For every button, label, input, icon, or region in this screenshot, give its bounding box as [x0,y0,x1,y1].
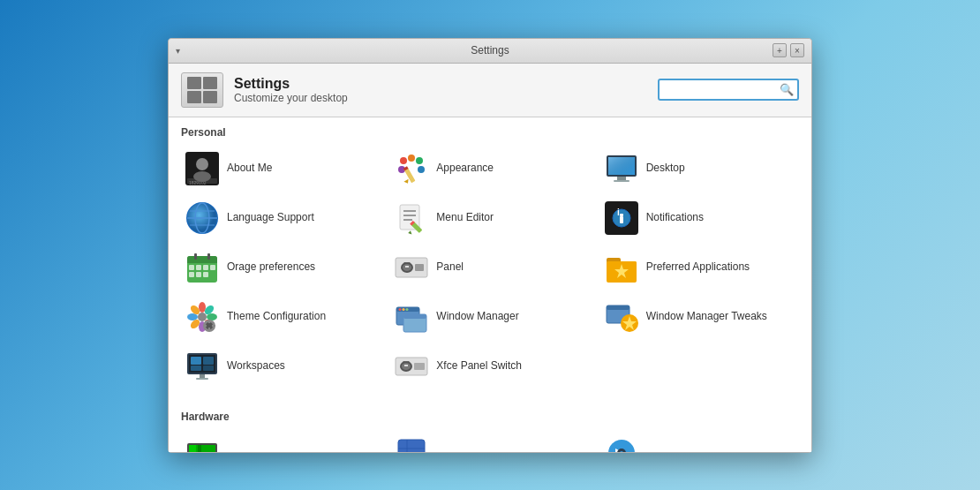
item-appearance[interactable]: Appearance [385,144,594,193]
svg-rect-73 [203,325,207,327]
notifications-label: Notifications [646,211,704,225]
svg-rect-106 [398,440,425,452]
svg-rect-88 [191,357,201,365]
app-icon [181,72,223,108]
header: Settings Customize your desktop 🔍 [169,64,811,117]
svg-rect-17 [608,157,635,175]
svg-rect-47 [207,253,210,260]
svg-rect-35 [620,214,623,216]
search-input[interactable] [665,84,780,96]
svg-point-4 [193,171,211,182]
window-manager-icon [394,299,429,335]
item-menu-editor[interactable]: Menu Editor [385,193,594,243]
titlebar: ▾ Settings + × [169,39,811,64]
svg-rect-71 [208,320,210,323]
item-about-me[interactable]: 1829102 About Me [176,144,385,193]
svg-rect-72 [208,328,210,331]
personal-grid: 1829102 About Me [169,144,811,398]
workspaces-icon [185,349,220,384]
titlebar-controls: + × [773,43,804,57]
svg-point-6 [408,155,415,162]
svg-rect-40 [196,265,201,270]
svg-marker-11 [404,178,411,184]
svg-rect-44 [196,272,201,277]
close-button[interactable]: × [790,43,804,57]
app-title: Settings [234,76,647,92]
svg-point-99 [404,365,406,366]
svg-rect-90 [191,366,201,371]
panel-label: Panel [436,260,464,275]
hardware-icon-2 [394,435,429,452]
svg-point-52 [403,264,411,271]
theme-configuration-label: Theme Configuration [227,310,326,324]
svg-point-64 [207,313,217,320]
item-xfce-panel-switch[interactable]: Xfce Panel Switch [385,342,594,391]
svg-rect-105 [198,445,201,452]
settings-window: ▾ Settings + × Settings Customize your d… [168,38,812,453]
item-window-manager[interactable]: Window Manager [385,292,594,342]
hardware-icon-1 [185,435,220,452]
header-text: Settings Customize your desktop [234,76,647,104]
svg-point-79 [406,308,409,311]
desktop-icon [604,151,639,186]
language-support-label: Language Support [227,211,314,225]
theme-configuration-icon [185,299,220,335]
svg-rect-15 [617,177,626,180]
item-notifications[interactable]: i Notifications [595,193,804,243]
svg-rect-91 [203,366,214,371]
item-panel[interactable]: Panel [385,243,594,292]
xfce-panel-switch-label: Xfce Panel Switch [436,359,522,373]
content-area: Personal 1829102 About Me [169,117,811,452]
svg-point-53 [405,266,407,268]
svg-rect-55 [415,264,424,271]
item-theme-configuration[interactable]: Theme Configuration [176,292,385,342]
section-personal: Personal [169,117,811,144]
desktop-label: Desktop [646,162,685,176]
workspaces-label: Workspaces [227,359,285,373]
window-manager-tweaks-label: Window Manager Tweaks [646,310,767,324]
item-window-manager-tweaks[interactable]: Window Manager Tweaks [595,292,804,342]
preferred-applications-label: Preferred Applications [646,260,750,275]
svg-point-100 [406,365,408,366]
menu-editor-label: Menu Editor [436,211,494,225]
item-workspaces[interactable]: Workspaces [176,342,385,391]
svg-rect-16 [614,180,629,182]
search-box[interactable]: 🔍 [658,79,799,101]
panel-icon [394,250,429,285]
item-hardware-1[interactable] [176,428,385,452]
xfce-panel-switch-icon [394,349,429,384]
svg-rect-74 [212,325,215,327]
svg-rect-46 [194,253,197,260]
language-support-icon [185,200,220,236]
svg-rect-93 [196,378,208,380]
svg-rect-89 [203,357,214,365]
item-hardware-3[interactable] [595,428,804,452]
item-language-support[interactable]: Language Support [176,193,385,243]
svg-point-63 [187,313,198,320]
svg-point-54 [407,266,409,268]
svg-rect-101 [414,363,425,370]
svg-point-7 [416,157,423,164]
item-desktop[interactable]: Desktop [595,144,804,193]
orage-preferences-icon [185,250,220,285]
item-hardware-2[interactable] [385,428,594,452]
item-preferred-applications[interactable]: Preferred Applications [595,243,804,292]
titlebar-title: Settings [471,44,509,57]
svg-rect-81 [403,314,426,319]
svg-rect-41 [203,265,208,270]
svg-point-5 [400,157,407,164]
about-me-label: About Me [227,162,272,176]
hardware-grid [169,428,811,452]
appearance-icon [394,151,429,186]
svg-rect-43 [189,272,194,277]
svg-point-78 [403,308,405,311]
svg-rect-92 [200,374,205,378]
svg-rect-34 [620,216,623,223]
orage-preferences-label: Orage preferences [227,260,315,275]
appearance-label: Appearance [436,162,494,176]
menu-editor-icon [394,200,429,236]
item-orage-preferences[interactable]: Orage preferences [176,243,385,292]
about-me-icon: 1829102 [185,151,220,186]
svg-rect-104 [189,445,196,452]
maximize-button[interactable]: + [773,43,787,57]
